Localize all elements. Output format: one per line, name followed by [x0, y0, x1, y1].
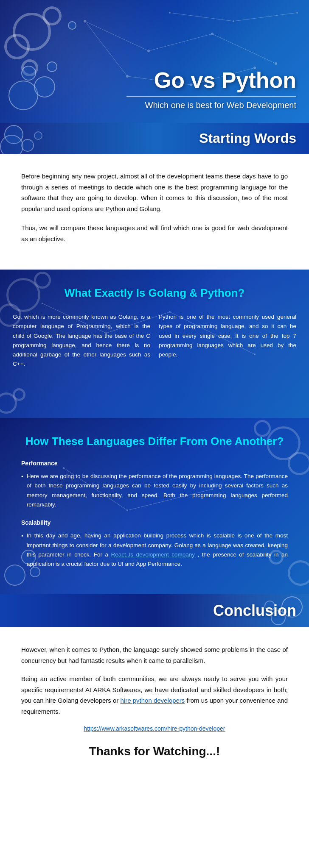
performance-text: Here we are going to be discussing the p… [27, 472, 288, 509]
svg-line-2 [212, 34, 276, 64]
svg-line-1 [149, 34, 212, 51]
svg-line-14 [233, 13, 297, 21]
scalability-heading: Scalability [21, 518, 288, 528]
svg-point-21 [42, 303, 43, 304]
svg-point-7 [147, 50, 150, 52]
svg-line-3 [85, 21, 127, 76]
svg-point-6 [84, 20, 86, 22]
section-gear-3 [34, 272, 51, 289]
svg-point-10 [126, 75, 129, 78]
scalability-text: In this day and age, having an applicati… [27, 531, 288, 569]
gear-icon-2 [4, 34, 30, 59]
banner-bubble-3 [34, 131, 42, 140]
intro-section: Before beginning any new project, almost… [0, 154, 309, 270]
final-section: However, when it comes to Python, the la… [0, 627, 309, 779]
right-gear-2 [288, 452, 309, 475]
svg-point-17 [296, 12, 298, 14]
performance-list: Here we are going to be discussing the p… [21, 472, 288, 509]
performance-heading: Performance [21, 459, 288, 468]
differ-section: How These Languages Differ From One Anot… [0, 418, 309, 594]
bubble-4 [47, 61, 57, 72]
svg-line-13 [170, 13, 233, 21]
starting-words-banner: Starting Words [0, 123, 309, 154]
gear-icon-3 [42, 6, 62, 25]
svg-point-8 [211, 33, 213, 35]
bubble-3 [21, 66, 36, 81]
python-col: Python is one of the most commonly used … [159, 312, 296, 369]
golang-python-heading: What Exactly Is Golang & Python? [13, 287, 296, 300]
scalability-item: In this day and age, having an applicati… [21, 531, 288, 569]
bubble-2 [34, 76, 55, 97]
url-link[interactable]: https://www.arkasoftwares.com/hire-pytho… [84, 725, 225, 732]
performance-item: Here we are going to be discussing the p… [21, 472, 288, 509]
starting-words-label: Starting Words [199, 131, 296, 146]
hero-title: Go vs Python [154, 67, 296, 93]
scalability-link[interactable]: React.Js development company [111, 551, 195, 558]
hero-section: Go vs Python Which one is best for Web D… [0, 0, 309, 123]
hire-python-link[interactable]: hire python developers [121, 697, 185, 704]
url-line: https://www.arkasoftwares.com/hire-pytho… [21, 725, 288, 732]
differ-heading: How These Languages Differ From One Anot… [21, 435, 288, 448]
conclusion-paragraph-2: Being an active member of both communiti… [21, 673, 288, 717]
thanks-message: Thanks for Watching...! [21, 745, 288, 758]
hero-subtitle: Which one is best for Web Development [145, 100, 296, 110]
right-gear-3 [254, 420, 271, 437]
bubble-5 [68, 21, 76, 30]
svg-line-0 [85, 21, 149, 51]
differ-content: Performance Here we are going to be disc… [21, 459, 288, 569]
hero-divider [126, 96, 296, 97]
svg-point-16 [233, 20, 234, 22]
svg-point-15 [169, 12, 171, 14]
intro-paragraph-1: Before beginning any new project, almost… [21, 171, 288, 214]
conclusion-label: Conclusion [213, 602, 296, 620]
scalability-list: In this day and age, having an applicati… [21, 531, 288, 569]
golang-col: Go, which is more commonly known as Gola… [13, 312, 150, 369]
two-column-content: Go, which is more commonly known as Gola… [13, 312, 296, 369]
conclusion-paragraph-1: However, when it comes to Python, the la… [21, 644, 288, 666]
right-gear-4 [288, 560, 309, 586]
svg-point-9 [275, 62, 277, 65]
conclusion-banner: Conclusion [0, 594, 309, 627]
golang-python-section: What Exactly Is Golang & Python? Go, whi… [0, 270, 309, 418]
banner-bubble-container [0, 123, 85, 154]
intro-paragraph-2: Thus, we will compare these languages an… [21, 223, 288, 244]
